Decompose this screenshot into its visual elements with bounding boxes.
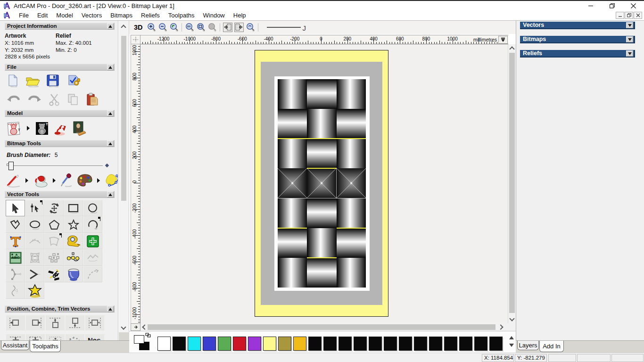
section-header-vector-tools[interactable]: Vector Tools [5,191,115,198]
nesting-icon[interactable]: Nesg [85,334,105,340]
save-icon[interactable] [46,74,59,87]
menu-window[interactable]: Window [199,11,229,20]
palette-swatch-3[interactable] [203,337,216,351]
distort-tool[interactable] [44,233,64,249]
zoom-object-icon[interactable] [207,23,217,32]
unjoin-tool[interactable] [83,249,102,266]
expand-button[interactable] [626,36,633,42]
line-end-handle[interactable]: J [303,24,306,32]
palette-swatch-14[interactable] [369,337,382,351]
zoom-in-icon[interactable] [147,23,156,32]
text-on-curve-tool[interactable] [25,233,44,249]
section-header-model[interactable]: Model [5,110,115,117]
palette-icon[interactable] [76,173,93,188]
text-tool[interactable] [6,233,25,249]
model-relief-icon[interactable]: T [35,121,49,136]
zoom-ratio-icon[interactable] [185,23,194,32]
model-sketch-icon[interactable]: T [7,121,22,136]
palette-swatch-9[interactable] [293,337,306,351]
zoom-fit-icon[interactable] [196,23,206,32]
scrollbar-thumb[interactable] [121,36,126,201]
block-copy-tool[interactable] [44,249,64,266]
zoom-out-icon[interactable] [158,23,167,32]
flyout-arrow-icon[interactable] [97,178,100,183]
copy-icon[interactable] [67,93,79,106]
vector-guide-line[interactable] [337,228,366,229]
bisector-tool[interactable] [25,266,44,282]
scrollbar-corner-box[interactable] [131,323,140,331]
block-paste-tool[interactable] [83,233,102,249]
paste-icon[interactable] [86,92,98,107]
fit-arcs-tool[interactable] [6,266,25,282]
tab-layers[interactable]: Layers [517,341,539,350]
collapse-button[interactable] [107,64,114,70]
section-header-project-information[interactable]: Project Information [5,23,115,30]
palette-swatch-5[interactable] [233,337,246,351]
rectangle-tool[interactable] [64,200,83,216]
drawing-canvas[interactable] [141,44,508,323]
view-3d-button[interactable]: 3D [134,24,143,31]
circle-tool[interactable] [83,200,102,216]
redo-icon[interactable] [27,94,41,105]
trim-vectors-tool[interactable] [44,266,64,282]
measure-tool[interactable] [64,233,83,249]
center-page-icon[interactable] [25,334,45,340]
scrollbar-thumb[interactable] [148,324,495,330]
palette-swatch-2[interactable] [188,337,201,351]
align-top-icon[interactable] [45,315,65,331]
canvas-horizontal-scrollbar[interactable] [131,323,516,331]
palette-swatch-22[interactable] [489,337,503,351]
texture-image-icon[interactable] [72,121,87,136]
envelope-tool[interactable] [25,249,44,266]
palette-swatch-19[interactable] [444,337,457,351]
palette-swatch-8[interactable] [278,337,291,351]
page-right-button[interactable] [234,23,244,32]
section-tool[interactable] [6,282,25,299]
palette-swatch-21[interactable] [474,337,487,351]
vector-guide-line[interactable] [307,257,336,258]
join-nodes-tool[interactable] [64,249,83,266]
menu-help[interactable]: Help [229,11,250,20]
minimize-button[interactable] [580,1,602,10]
palette-swatch-1[interactable] [173,337,186,351]
freehand-tool[interactable] [6,216,25,233]
model-options-icon[interactable] [66,74,80,87]
page-left-button[interactable] [223,23,232,32]
scroll-left-icon[interactable] [142,324,147,329]
vector-guide-line[interactable] [278,228,307,229]
ellipse-tool[interactable] [25,216,44,233]
primary-colour-swatch[interactable] [134,335,144,344]
section-header-position-combine-trim[interactable]: Position, Combine, Trim Vectors [5,305,115,313]
palette-swatch-18[interactable] [429,337,442,351]
scroll-down-icon[interactable] [121,324,126,329]
section-header-file[interactable]: File [5,64,115,71]
vector-guide-line[interactable] [307,168,336,169]
align-bottom-icon[interactable] [65,315,85,331]
palette-swatch-17[interactable] [414,337,427,351]
palette-scroll-up-icon[interactable] [509,336,514,339]
flyout-arrow-icon[interactable] [27,126,30,131]
palette-swatch-7[interactable] [263,337,276,351]
dashed-arc-tool[interactable] [83,266,102,282]
collapse-button[interactable] [107,110,114,116]
create-star-tool[interactable] [25,282,44,299]
primary-secondary-colour-indicator[interactable] [134,334,153,351]
palette-scroll-down-icon[interactable] [509,344,514,347]
scroll-right-icon[interactable] [498,324,503,329]
collapse-button[interactable] [107,23,114,29]
flyout-arrow-icon[interactable] [25,178,28,183]
ruler-units-button[interactable] [498,36,508,44]
menu-vectors[interactable]: Vectors [77,11,106,20]
palette-swatch-10[interactable] [308,337,322,351]
cut-icon[interactable] [48,93,60,106]
scroll-up-icon[interactable] [509,46,514,51]
revolve-tool[interactable] [64,266,83,282]
scroll-down-icon[interactable] [509,316,514,321]
slider-handle[interactable] [8,162,14,170]
tab-toolpaths[interactable]: Toolpaths [30,341,61,352]
polygon-tool[interactable] [44,216,64,233]
expand-button[interactable] [626,50,633,57]
align-right-icon[interactable] [25,315,45,331]
collapse-button[interactable] [107,140,114,147]
bitmap-to-vector-icon[interactable] [104,173,118,188]
